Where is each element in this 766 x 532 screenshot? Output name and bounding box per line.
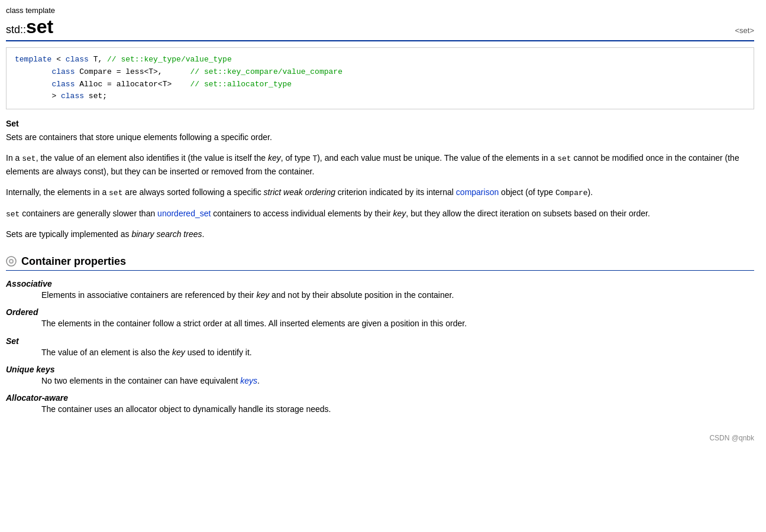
container-properties-title: Container properties bbox=[21, 255, 126, 268]
inline-T: T bbox=[312, 154, 317, 163]
prop-desc-unique-keys: No two elements in the container can hav… bbox=[41, 374, 754, 387]
para-1: Sets are containers that store unique el… bbox=[6, 131, 754, 144]
prop-term-associative: Associative bbox=[6, 279, 754, 288]
set-name: set bbox=[26, 16, 53, 37]
para-3: Internally, the elements in a set are al… bbox=[6, 186, 754, 200]
prop-term-set: Set bbox=[6, 336, 754, 346]
prop-term-allocator-aware: Allocator-aware bbox=[6, 393, 754, 403]
class-template-label: class template bbox=[6, 6, 754, 15]
section-icon bbox=[6, 256, 17, 267]
para-5: Sets are typically implemented as binary… bbox=[6, 228, 754, 241]
properties-list: Associative Elements in associative cont… bbox=[6, 279, 754, 416]
para-2: In a set, the value of an element also i… bbox=[6, 151, 754, 179]
prop-term-ordered: Ordered bbox=[6, 307, 754, 317]
container-properties-section: Container properties bbox=[6, 255, 754, 271]
page-title: std::set bbox=[6, 16, 53, 38]
page-title-area: std::set <set> bbox=[6, 16, 754, 41]
inline-set-1: set bbox=[22, 154, 35, 163]
code-block: template < class T, // set::key_type/val… bbox=[6, 47, 754, 109]
svg-point-2 bbox=[10, 260, 12, 262]
set-section-heading: Set bbox=[6, 119, 754, 128]
prop-desc-ordered: The elements in the container follow a s… bbox=[41, 317, 754, 330]
prop-desc-allocator-aware: The container uses an allocator object t… bbox=[41, 403, 754, 416]
prop-term-unique-keys: Unique keys bbox=[6, 365, 754, 374]
unordered-set-link[interactable]: unordered_set bbox=[157, 209, 211, 218]
template-ref: <set> bbox=[735, 26, 754, 35]
prop-desc-set: The value of an element is also the key … bbox=[41, 346, 754, 359]
keys-link[interactable]: keys bbox=[240, 376, 257, 385]
inline-set-2: set bbox=[557, 154, 571, 163]
para-4: set containers are generally slower than… bbox=[6, 207, 754, 221]
inline-compare: Compare bbox=[555, 189, 588, 197]
inline-set-4: set bbox=[6, 210, 20, 219]
footer: CSDN @qnbk bbox=[6, 434, 754, 442]
comparison-link[interactable]: comparison bbox=[456, 187, 499, 197]
prop-desc-associative: Elements in associative containers are r… bbox=[41, 288, 754, 301]
std-prefix: std:: bbox=[6, 24, 26, 35]
inline-set-3: set bbox=[109, 189, 122, 197]
